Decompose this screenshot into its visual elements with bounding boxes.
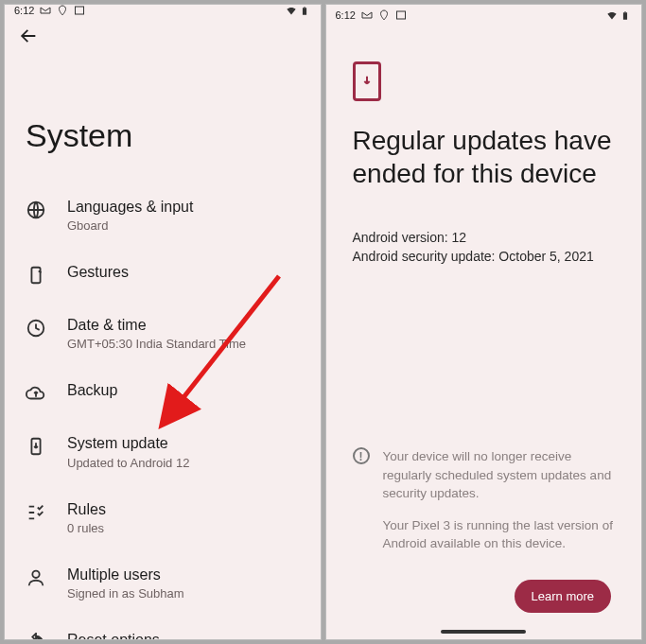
svg-rect-4 <box>31 268 40 284</box>
globe-icon <box>26 200 46 220</box>
item-title: Backup <box>67 381 300 399</box>
notice-p2: Your Pixel 3 is running the last version… <box>383 516 616 553</box>
gmail-icon <box>40 5 51 16</box>
notice-block: ! Your device will no longer receive reg… <box>353 438 616 566</box>
status-bar: 6:12 <box>5 5 321 16</box>
notice-p1: Your device will no longer receive regul… <box>383 447 616 503</box>
rules-icon <box>26 502 46 523</box>
learn-more-button[interactable]: Learn more <box>515 580 611 613</box>
item-title: Multiple users <box>67 566 300 583</box>
back-icon[interactable] <box>18 29 39 50</box>
status-time: 6:12 <box>336 9 356 21</box>
info-icon: ! <box>353 447 370 464</box>
battery-icon <box>620 9 632 21</box>
system-update-badge-icon <box>353 61 381 101</box>
status-time: 6:12 <box>14 5 34 16</box>
svg-rect-0 <box>76 7 84 14</box>
svg-point-7 <box>32 570 39 577</box>
location-icon <box>57 5 68 16</box>
svg-rect-2 <box>304 7 306 8</box>
security-update-line: Android security update: October 5, 2021 <box>353 249 616 264</box>
item-title: Rules <box>67 500 300 518</box>
settings-list: Languages & input Gboard Gestures <box>5 183 321 640</box>
person-icon <box>26 567 46 588</box>
gmail-icon <box>361 9 373 21</box>
item-backup[interactable]: Backup <box>14 366 311 419</box>
item-languages-input[interactable]: Languages & input Gboard <box>14 183 311 248</box>
item-sub: Updated to Android 12 <box>67 456 300 470</box>
item-system-update[interactable]: System update Updated to Android 12 <box>14 419 311 484</box>
item-gestures[interactable]: Gestures <box>14 248 311 301</box>
reset-icon <box>26 633 46 640</box>
svg-rect-11 <box>624 11 626 12</box>
item-rules[interactable]: Rules 0 rules <box>14 485 311 550</box>
update-headline: Regular updates have ended for this devi… <box>353 124 616 190</box>
item-sub: 0 rules <box>67 521 300 535</box>
system-update-icon <box>26 436 46 457</box>
calendar-icon <box>395 9 407 21</box>
item-title: Reset options <box>67 631 300 640</box>
item-date-time[interactable]: Date & time GMT+05:30 India Standard Tim… <box>14 301 311 366</box>
wifi-icon <box>605 9 617 21</box>
nav-handle[interactable] <box>441 630 526 634</box>
item-title: Date & time <box>67 316 300 334</box>
calendar-icon <box>74 5 85 16</box>
svg-rect-10 <box>623 12 627 20</box>
svg-rect-1 <box>302 8 306 15</box>
battery-icon <box>300 5 311 16</box>
item-sub: Gboard <box>67 218 300 233</box>
item-title: Languages & input <box>67 198 300 216</box>
phone-gesture-icon <box>26 265 46 286</box>
clock-icon <box>26 318 46 339</box>
svg-rect-9 <box>396 11 405 19</box>
item-reset-options[interactable]: Reset options <box>14 616 311 640</box>
location-icon <box>378 9 390 21</box>
android-version-line: Android version: 12 <box>353 230 616 245</box>
cloud-up-icon <box>26 383 46 404</box>
wifi-icon <box>285 5 296 16</box>
item-sub: Signed in as Subham <box>67 586 300 600</box>
item-title: Gestures <box>67 263 300 281</box>
system-settings-screen: 6:12 <box>4 4 322 640</box>
item-title: System update <box>67 434 300 452</box>
item-multiple-users[interactable]: Multiple users Signed in as Subham <box>14 550 311 616</box>
item-sub: GMT+05:30 India Standard Time <box>67 337 300 351</box>
page-title: System <box>5 51 321 183</box>
system-update-screen: 6:12 <box>325 4 643 640</box>
status-bar: 6:12 <box>326 5 642 26</box>
